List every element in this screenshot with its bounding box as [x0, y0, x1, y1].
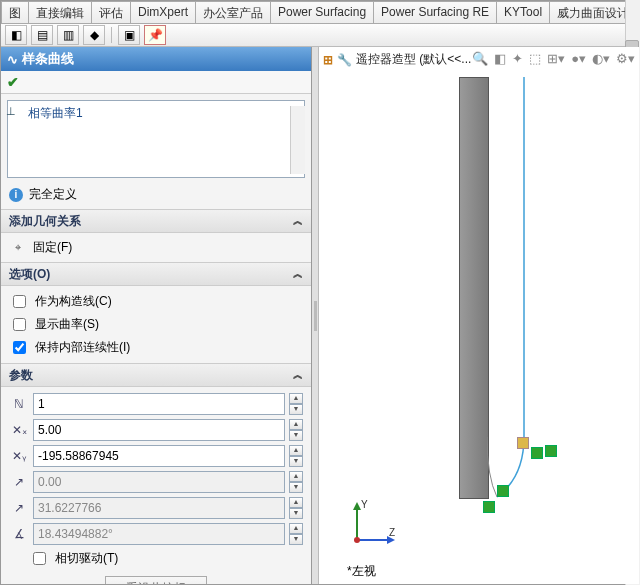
tool-3[interactable]: ▥ — [57, 25, 79, 45]
y-icon: ✕ᵧ — [9, 449, 29, 463]
tab-surface-design[interactable]: 威力曲面设计 — [549, 1, 637, 23]
vp-tool1-icon[interactable]: ◧ — [494, 51, 506, 66]
handle-1[interactable] — [531, 447, 543, 459]
status-text: 完全定义 — [29, 186, 77, 203]
perpendicular-icon: ⊥ — [6, 105, 16, 118]
panel-title-bar: ∿ 样条曲线 — [1, 47, 311, 71]
x-icon: ✕ₓ — [9, 423, 29, 437]
tab-evaluate[interactable]: 评估 — [91, 1, 131, 23]
section-options-header[interactable]: 选项(O) ︽ — [1, 263, 311, 286]
vp-tool5-icon[interactable]: ●▾ — [571, 51, 586, 66]
handle-selected[interactable] — [517, 437, 529, 449]
section-params: 参数 ︽ ℕ▲▼ ✕ₓ▲▼ ✕ᵧ▲▼ ↗▲▼ ↗▲▼ ∡▲▼ 相切驱动(T) 重… — [1, 363, 311, 584]
part-icon: 🔧 — [337, 53, 352, 67]
tab-power-surfacing-re[interactable]: Power Surfacing RE — [373, 1, 497, 23]
n-icon: ℕ — [9, 397, 29, 411]
tool-2[interactable]: ▤ — [31, 25, 53, 45]
tab-direct-edit[interactable]: 直接编辑 — [28, 1, 92, 23]
section-params-header[interactable]: 参数 ︽ — [1, 364, 311, 387]
param-n-input[interactable] — [33, 393, 285, 415]
fixed-relation-button[interactable]: ⌖ 固定(F) — [9, 237, 303, 258]
angle-icon: ∡ — [9, 527, 29, 541]
tab-office[interactable]: 办公室产品 — [195, 1, 271, 23]
chevron-up-icon: ︽ — [293, 368, 303, 382]
construction-label: 作为构造线(C) — [35, 293, 112, 310]
tool-5[interactable]: ▣ — [118, 25, 140, 45]
panel-title: 样条曲线 — [22, 50, 74, 68]
curvature-label: 显示曲率(S) — [35, 316, 99, 333]
construction-checkbox[interactable] — [13, 295, 26, 308]
spline-icon: ∿ — [7, 52, 18, 67]
handle-3[interactable] — [497, 485, 509, 497]
tab-kytool[interactable]: KYTool — [496, 1, 550, 23]
section-relations-header[interactable]: 添加几何关系 ︽ — [1, 210, 311, 233]
tool-1[interactable]: ◧ — [5, 25, 27, 45]
spinner[interactable]: ▲▼ — [289, 497, 303, 519]
ok-button[interactable]: ✔ — [7, 74, 19, 90]
confirm-bar: ✔ — [1, 71, 311, 94]
spinner[interactable]: ▲▼ — [289, 523, 303, 545]
tangent-drive-checkbox[interactable] — [33, 552, 46, 565]
d1-icon: ↗ — [9, 475, 29, 489]
vp-zoom-icon[interactable]: 🔍 — [472, 51, 488, 66]
selection-item[interactable]: 相等曲率1 — [28, 105, 300, 122]
viewport-toolbar: 🔍 ◧ ✦ ⬚ ⊞▾ ●▾ ◐▾ ⚙▾ — [472, 51, 635, 66]
chevron-up-icon: ︽ — [293, 267, 303, 281]
splitter[interactable] — [312, 47, 319, 584]
handle-4[interactable] — [483, 501, 495, 513]
spinner[interactable]: ▲▼ — [289, 445, 303, 467]
info-icon: i — [9, 188, 23, 202]
svg-text:Y: Y — [361, 499, 368, 510]
tab-power-surfacing[interactable]: Power Surfacing — [270, 1, 374, 23]
param-x-input[interactable] — [33, 419, 285, 441]
svg-point-4 — [354, 537, 360, 543]
status-row: i 完全定义 — [1, 184, 311, 209]
spinner[interactable]: ▲▼ — [289, 419, 303, 441]
main-tabs: 图 直接编辑 评估 DimXpert 办公室产品 Power Surfacing… — [1, 1, 639, 24]
viewport[interactable]: ⊞ 🔧 遥控器造型 (默认<<... 🔍 ◧ ✦ ⬚ ⊞▾ ●▾ ◐▾ ⚙▾ — [319, 47, 639, 584]
param-y-input[interactable] — [33, 445, 285, 467]
triad[interactable]: Y Z — [349, 498, 399, 548]
tool-pin[interactable]: 📌 — [144, 25, 166, 45]
spinner[interactable]: ▲▼ — [289, 393, 303, 415]
vp-tool6-icon[interactable]: ◐▾ — [592, 51, 610, 66]
svg-text:Z: Z — [389, 527, 395, 538]
anchor-icon: ⌖ — [9, 241, 27, 254]
param-d1-input — [33, 471, 285, 493]
panel-toolbar: ◧ ▤ ▥ ◆ ▣ 📌 — [1, 24, 639, 47]
curvature-checkbox[interactable] — [13, 318, 26, 331]
tool-4[interactable]: ◆ — [83, 25, 105, 45]
property-panel: ∿ 样条曲线 ✔ ⊥ 相等曲率1 i 完全定义 — [1, 47, 312, 584]
breadcrumb[interactable]: ⊞ 🔧 遥控器造型 (默认<<... — [323, 51, 471, 68]
chevron-up-icon: ︽ — [293, 214, 303, 228]
view-name: *左视 — [347, 563, 376, 580]
handle-2[interactable] — [545, 445, 557, 457]
selection-box[interactable]: ⊥ 相等曲率1 — [7, 100, 305, 178]
section-relations: 添加几何关系 ︽ ⌖ 固定(F) — [1, 209, 311, 262]
tab-tu[interactable]: 图 — [1, 1, 29, 23]
d2-icon: ↗ — [9, 501, 29, 515]
expand-icon[interactable]: ⊞ — [323, 53, 333, 67]
param-angle-input — [33, 523, 285, 545]
section-options: 选项(O) ︽ 作为构造线(C) 显示曲率(S) 保持内部连续性(I) — [1, 262, 311, 363]
tab-dimxpert[interactable]: DimXpert — [130, 1, 196, 23]
vp-tool2-icon[interactable]: ✦ — [512, 51, 523, 66]
reset-button[interactable]: 重设此控标 — [105, 576, 207, 584]
continuity-checkbox[interactable] — [13, 341, 26, 354]
model-body[interactable] — [459, 77, 489, 499]
vp-tool3-icon[interactable]: ⬚ — [529, 51, 541, 66]
continuity-label: 保持内部连续性(I) — [35, 339, 130, 356]
separator — [111, 27, 112, 43]
spinner[interactable]: ▲▼ — [289, 471, 303, 493]
tangent-drive-label: 相切驱动(T) — [55, 550, 118, 567]
scrollbar[interactable] — [290, 106, 305, 174]
param-d2-input — [33, 497, 285, 519]
svg-marker-1 — [353, 502, 361, 510]
vp-settings-icon[interactable]: ⚙▾ — [616, 51, 635, 66]
vp-tool4-icon[interactable]: ⊞▾ — [547, 51, 565, 66]
